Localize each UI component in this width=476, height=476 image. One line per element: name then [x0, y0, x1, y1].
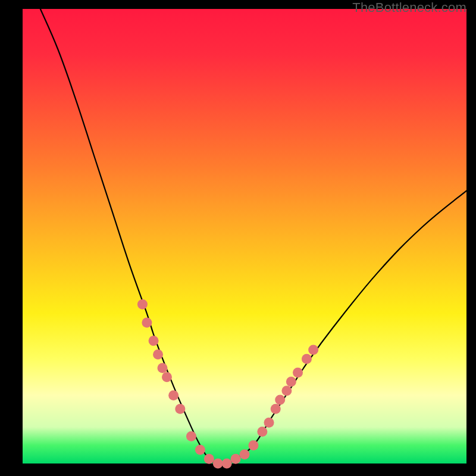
- chart-frame: TheBottleneck.com: [0, 0, 476, 476]
- watermark-text: TheBottleneck.com: [352, 0, 466, 15]
- plot-area: [23, 9, 466, 464]
